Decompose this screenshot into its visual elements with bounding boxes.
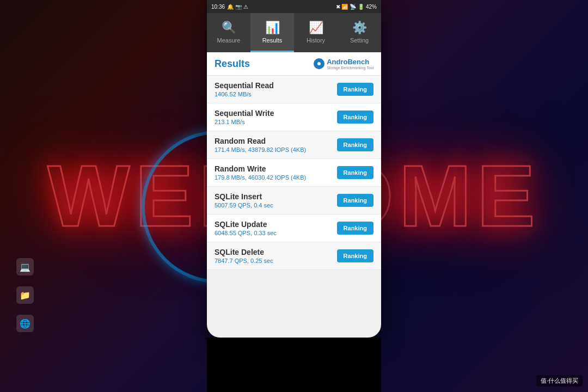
- status-battery: 42%: [366, 4, 377, 10]
- desktop-icon-3[interactable]: 🌐: [16, 315, 34, 332]
- result-info-5: SQLite Update 6048.55 QPS, 0.33 sec: [215, 220, 337, 236]
- result-row: SQLite Update 6048.55 QPS, 0.33 sec Rank…: [207, 215, 381, 242]
- result-value-3: 179.8 MB/s, 46030.42 IOPS (4KB): [215, 174, 337, 181]
- result-rows-container: Sequential Read 1406.52 MB/s Ranking Seq…: [207, 76, 381, 270]
- result-name-5: SQLite Update: [215, 220, 337, 229]
- result-info-1: Sequential Write 213.1 MB/s: [215, 109, 337, 125]
- status-right: ✖ 📶 📡 🔋 42%: [336, 4, 377, 10]
- result-row: Sequential Write 213.1 MB/s Ranking: [207, 103, 381, 131]
- setting-icon: ⚙️: [352, 21, 367, 35]
- navigation-tabs: 🔍 Measure 📊 Results 📈 History ⚙️ Setting: [207, 13, 381, 52]
- desktop-icon-1[interactable]: 💻: [16, 258, 34, 275]
- result-value-6: 7847.7 QPS, 0.25 sec: [215, 258, 337, 264]
- tab-measure[interactable]: 🔍 Measure: [207, 13, 250, 52]
- ranking-button-0[interactable]: Ranking: [337, 83, 373, 96]
- status-icons: 🔔 📷 ⚠: [227, 4, 248, 10]
- ranking-button-3[interactable]: Ranking: [337, 166, 373, 179]
- results-header: Results AndroBench Storage Benchmarking …: [207, 52, 381, 76]
- logo-name: AndroBench: [327, 58, 373, 66]
- ranking-button-1[interactable]: Ranking: [337, 111, 373, 124]
- result-name-6: SQLite Delete: [215, 248, 337, 256]
- result-value-0: 1406.52 MB/s: [215, 91, 337, 97]
- result-row: Random Write 179.8 MB/s, 46030.42 IOPS (…: [207, 159, 381, 187]
- logo-text-container: AndroBench Storage Benchmarking Tool: [327, 58, 373, 70]
- results-icon: 📊: [265, 21, 280, 35]
- result-info-3: Random Write 179.8 MB/s, 46030.42 IOPS (…: [215, 164, 337, 181]
- tab-history[interactable]: 📈 History: [294, 13, 338, 52]
- ranking-button-6[interactable]: Ranking: [337, 249, 373, 262]
- result-row: SQLite Insert 5007.59 QPS, 0.4 sec Ranki…: [207, 187, 381, 215]
- result-info-0: Sequential Read 1406.52 MB/s: [215, 81, 337, 97]
- tab-results[interactable]: 📊 Results: [250, 13, 294, 52]
- bottom-bar: [207, 338, 381, 392]
- result-name-0: Sequential Read: [215, 81, 337, 90]
- result-info-2: Random Read 171.4 MB/s, 43879.82 IOPS (4…: [215, 137, 337, 153]
- results-title: Results: [215, 58, 250, 70]
- logo-icon: [314, 58, 324, 69]
- logo-dot: [317, 62, 321, 65]
- status-network-icons: ✖ 📶 📡 🔋: [336, 4, 364, 10]
- ranking-button-4[interactable]: Ranking: [337, 194, 373, 207]
- status-left: 10:36 🔔 📷 ⚠: [211, 4, 248, 10]
- status-time: 10:36: [211, 4, 225, 10]
- desktop-icons: 💻 📁 🌐: [16, 258, 34, 332]
- main-content: Results AndroBench Storage Benchmarking …: [207, 52, 381, 338]
- measure-icon: 🔍: [222, 21, 236, 35]
- history-icon: 📈: [309, 21, 323, 35]
- result-name-3: Random Write: [215, 164, 337, 173]
- phone-device: 10:36 🔔 📷 ⚠ ✖ 📶 📡 🔋 42% 🔍 Measure 📊 Resu…: [207, 0, 381, 338]
- tab-results-label: Results: [262, 37, 283, 44]
- tab-setting-label: Setting: [350, 37, 369, 44]
- status-bar: 10:36 🔔 📷 ⚠ ✖ 📶 📡 🔋 42%: [207, 0, 381, 13]
- result-value-5: 6048.55 QPS, 0.33 sec: [215, 230, 337, 236]
- result-row: Random Read 171.4 MB/s, 43879.82 IOPS (4…: [207, 131, 381, 159]
- tab-history-label: History: [307, 37, 325, 44]
- result-row: SQLite Delete 7847.7 QPS, 0.25 sec Ranki…: [207, 242, 381, 270]
- result-value-4: 5007.59 QPS, 0.4 sec: [215, 202, 337, 209]
- desktop-icon-2[interactable]: 📁: [16, 286, 34, 304]
- androbench-logo: AndroBench Storage Benchmarking Tool: [314, 58, 373, 70]
- watermark: 值·什么值得买: [536, 375, 583, 387]
- result-value-2: 171.4 MB/s, 43879.82 IOPS (4KB): [215, 146, 337, 153]
- tab-setting[interactable]: ⚙️ Setting: [338, 13, 381, 52]
- result-info-6: SQLite Delete 7847.7 QPS, 0.25 sec: [215, 248, 337, 264]
- result-name-1: Sequential Write: [215, 109, 337, 118]
- ranking-button-5[interactable]: Ranking: [337, 222, 373, 235]
- tab-measure-label: Measure: [217, 37, 241, 44]
- result-row: Sequential Read 1406.52 MB/s Ranking: [207, 76, 381, 103]
- result-value-1: 213.1 MB/s: [215, 119, 337, 125]
- result-name-2: Random Read: [215, 137, 337, 145]
- ranking-button-2[interactable]: Ranking: [337, 138, 373, 151]
- result-name-4: SQLite Insert: [215, 192, 337, 201]
- result-info-4: SQLite Insert 5007.59 QPS, 0.4 sec: [215, 192, 337, 209]
- logo-subtext: Storage Benchmarking Tool: [327, 66, 373, 70]
